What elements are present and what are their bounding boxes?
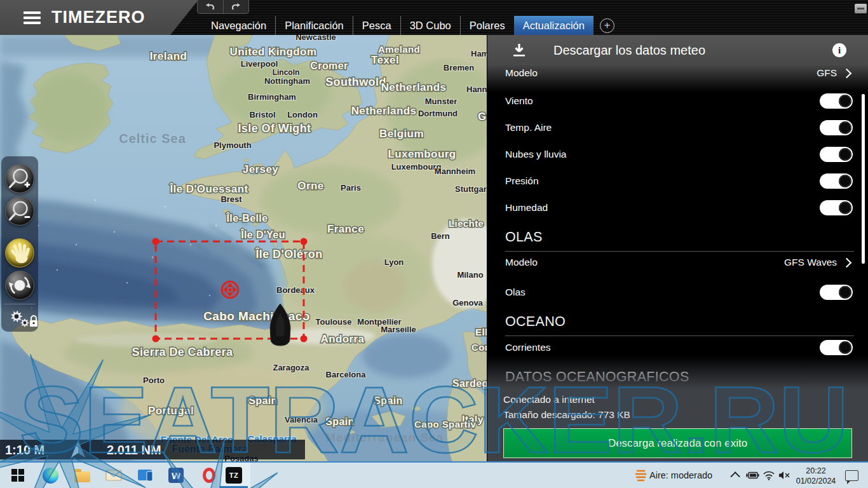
- map-label: Nottingham: [264, 76, 310, 86]
- map-distance: 2.011 NM: [107, 443, 161, 457]
- humedad-toggle[interactable]: [820, 200, 853, 215]
- undo-icon: [205, 3, 215, 11]
- presion-toggle[interactable]: [820, 173, 853, 189]
- selection-corner-handle[interactable]: [153, 238, 159, 245]
- map-label: Texel: [371, 54, 399, 66]
- map-label: Ge: [478, 111, 487, 123]
- toggle-label: Olas: [505, 287, 526, 298]
- tray-time: 20:22: [793, 466, 839, 476]
- battery-icon: [745, 471, 759, 480]
- selection-move-handle[interactable]: [222, 281, 238, 298]
- undo-redo-group: [197, 0, 249, 14]
- settings-lock-group[interactable]: [1, 306, 38, 330]
- info-icon[interactable]: i: [832, 43, 846, 57]
- zoom-in-button[interactable]: [5, 164, 34, 193]
- selection-corner-handle[interactable]: [301, 238, 308, 245]
- pan-hand-button[interactable]: [5, 238, 34, 268]
- selection-corner-handle[interactable]: [301, 336, 308, 342]
- map-label: Île D'Oléron: [255, 247, 322, 261]
- panel-scrollbar[interactable]: [862, 94, 865, 264]
- map-label: Ireland: [150, 50, 187, 62]
- toggle-row-corrientes: Corrientes: [505, 339, 853, 356]
- tab-polares[interactable]: Polares: [460, 16, 514, 35]
- corrientes-toggle[interactable]: [820, 340, 853, 355]
- tab-3d-cubo[interactable]: 3D Cubo: [400, 16, 460, 35]
- minimize-button[interactable]: [855, 4, 867, 13]
- download-icon: [512, 43, 527, 58]
- volume-tray[interactable]: [776, 463, 792, 488]
- battery-tray[interactable]: [745, 463, 760, 488]
- map-label: Luxembourg: [388, 148, 456, 160]
- start-button[interactable]: [6, 463, 29, 488]
- redo-button[interactable]: [223, 0, 249, 13]
- map-label: Munster: [425, 97, 458, 106]
- toggle-row-humedad: Humedad: [505, 199, 853, 217]
- viento-toggle[interactable]: [820, 93, 853, 109]
- map-label: Liverpool: [241, 59, 278, 69]
- chart-map[interactable]: NewcastleIrelandUnited KingdomAmelandTex…: [0, 35, 487, 463]
- tab-pesca[interactable]: Pesca: [353, 16, 400, 35]
- olas-toggle[interactable]: [820, 285, 853, 300]
- air-quality-tray-icon[interactable]: [632, 463, 650, 488]
- notification-center[interactable]: [843, 463, 860, 488]
- wifi-icon: [763, 470, 775, 480]
- app-logo-plate: TIMEZERO: [0, 0, 198, 35]
- phone-link-icon: [137, 468, 154, 482]
- toggle-label: Humedad: [505, 202, 548, 214]
- tab-navegacion[interactable]: Navegación: [202, 16, 275, 35]
- map-label: Dortmund: [418, 109, 458, 118]
- taskbar-timezero-active[interactable]: TZ: [217, 463, 250, 488]
- model-row[interactable]: Modelo GFS: [505, 64, 853, 82]
- map-label: Cors: [471, 342, 487, 353]
- map-label: Zaragoza: [273, 363, 309, 372]
- model-label: Modelo: [505, 257, 538, 268]
- download-size: Tamaño descargado: 773 KB: [503, 409, 868, 421]
- taskbar-edge[interactable]: [36, 463, 65, 488]
- chevron-right-icon: [842, 257, 852, 268]
- taskbar-mail[interactable]: [99, 463, 128, 488]
- air-quality-icon: [634, 468, 648, 482]
- zoom-out-icon: [6, 197, 34, 225]
- toggle-label: Presión: [505, 175, 539, 187]
- taskbar-explorer[interactable]: [67, 463, 97, 488]
- map-label: Andorra: [321, 333, 365, 345]
- tab-planificacion[interactable]: Planificación: [275, 16, 353, 35]
- taskbar-phone-link[interactable]: [131, 463, 160, 488]
- map-scale: 1:10 M: [5, 443, 44, 457]
- menu-hamburger-icon[interactable]: [24, 11, 41, 24]
- temp-aire-toggle[interactable]: [820, 120, 853, 135]
- map-label: Île-Belle: [226, 212, 268, 224]
- nubes-lluvia-toggle[interactable]: [820, 147, 853, 162]
- tray-clock[interactable]: 20:22 01/02/2024: [793, 463, 839, 488]
- scroll-fade-bottom: [487, 356, 868, 389]
- add-workspace-icon[interactable]: +: [600, 18, 614, 33]
- timezero-icon: TZ: [226, 467, 242, 484]
- map-label: Sierra De Cabrera: [132, 346, 233, 358]
- map-label: Elb: [475, 327, 487, 337]
- orientation-button[interactable]: [5, 271, 34, 300]
- wifi-tray[interactable]: [761, 463, 776, 488]
- undo-button[interactable]: [198, 0, 223, 13]
- map-label: United Kingdom: [230, 46, 317, 58]
- map-label: Bristol: [249, 110, 275, 119]
- map-svg: NewcastleIrelandUnited KingdomAmelandTex…: [0, 35, 487, 463]
- map-label: Plymouth: [214, 140, 251, 150]
- selection-corner-handle[interactable]: [153, 336, 159, 342]
- panel-title: Descargar los datos meteo: [553, 43, 705, 58]
- taskbar-word[interactable]: W: [161, 463, 191, 488]
- opera-icon: [203, 468, 215, 483]
- map-label: Barcelona: [326, 370, 367, 379]
- section-title-olas: OLAS: [505, 229, 854, 252]
- olas-model-row[interactable]: Modelo GFS Waves: [505, 254, 853, 271]
- map-label: Ameland: [378, 44, 420, 55]
- zoom-out-button[interactable]: [5, 196, 34, 226]
- download-success-button[interactable]: Descarga realizada con exito: [503, 428, 852, 458]
- meteo-panel: Descargar los datos meteo i Modelo GFS V…: [487, 35, 868, 463]
- tab-actualizacion[interactable]: Actualización: [514, 16, 593, 35]
- tray-expand-chevron[interactable]: [729, 463, 742, 488]
- map-label: Liechte: [449, 218, 484, 229]
- map-label: London: [287, 110, 318, 119]
- toggle-row-viento: Viento: [505, 92, 853, 110]
- folder-icon: [74, 471, 90, 482]
- air-quality-status[interactable]: Aire: moderado: [649, 463, 721, 488]
